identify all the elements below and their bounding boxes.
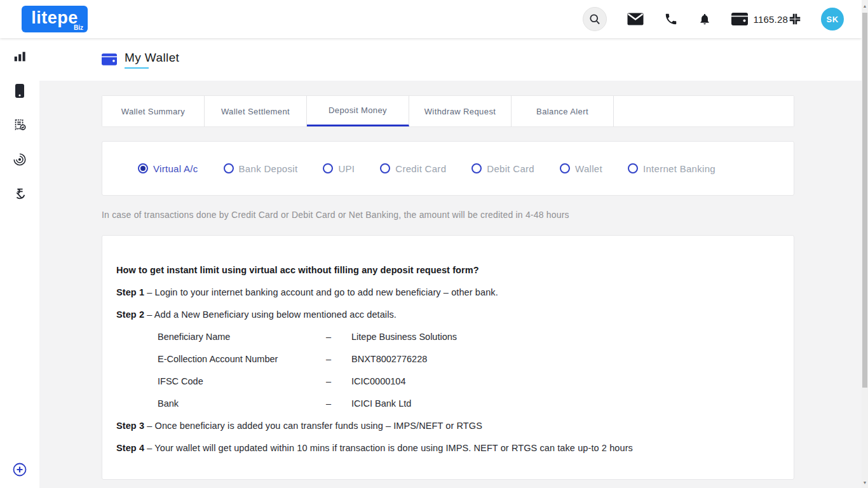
step-text: – Add a New Beneficiary using below ment… (147, 309, 397, 320)
method-label: Internet Banking (643, 163, 715, 174)
method-credit-card[interactable]: Credit Card (380, 163, 446, 174)
detail-value: BNXT8002776228 (351, 353, 427, 366)
tab-label: Balance Alert (536, 107, 588, 116)
radio-icon (224, 163, 234, 173)
method-debit-card[interactable]: Debit Card (471, 163, 534, 174)
step-2: Step 2 – Add a New Beneficiary using bel… (116, 308, 778, 322)
detail-separator: – (326, 353, 351, 366)
radio-icon (471, 163, 482, 173)
radio-icon (380, 163, 390, 173)
wallet-title-icon (102, 53, 117, 65)
tab-label: Deposit Money (329, 105, 387, 115)
method-label: Virtual A/c (153, 163, 198, 174)
scroll-up-arrow[interactable]: ▲ (862, 1, 868, 10)
header-actions: 1165.28 SK (583, 7, 844, 31)
step-text: – Your wallet will get updated within 10… (147, 443, 633, 453)
logo-text: litepe (31, 10, 78, 27)
method-label: Bank Deposit (239, 163, 298, 174)
left-sidebar (0, 38, 39, 488)
avatar-initials: SK (826, 15, 838, 24)
detail-label: Bank (158, 397, 326, 410)
detail-value: ICICI Bank Ltd (351, 397, 411, 410)
deposit-method-selector: Virtual A/c Bank Deposit UPI Credit Card… (102, 141, 794, 196)
radio-icon (628, 163, 638, 173)
tab-label: Wallet Settlement (221, 107, 290, 116)
step-text: – Login to your internet banking account… (147, 287, 498, 297)
method-internet-banking[interactable]: Internet Banking (628, 163, 715, 174)
smartphone-icon[interactable] (11, 83, 28, 99)
method-label: Wallet (575, 163, 602, 174)
detail-separator: – (326, 375, 351, 388)
spiral-icon[interactable] (11, 151, 28, 168)
scrollbar-thumb[interactable] (862, 13, 867, 388)
page-title-wrap: My Wallet (125, 51, 179, 69)
step-label: Step 3 (116, 421, 144, 431)
tab-wallet-summary[interactable]: Wallet Summary (102, 96, 205, 126)
step-label: Step 2 (116, 309, 144, 320)
tab-balance-alert[interactable]: Balance Alert (512, 96, 614, 126)
detail-value: Litepe Business Solutions (351, 330, 457, 344)
page-title: My Wallet (125, 51, 179, 65)
step-4: Step 4 – Your wallet will get updated wi… (116, 442, 778, 455)
radio-icon (323, 163, 333, 173)
detail-separator: – (326, 397, 351, 410)
scroll-down-arrow[interactable]: ▼ (862, 478, 868, 487)
compress-icon[interactable] (788, 12, 802, 26)
rupee-icon[interactable] (11, 186, 28, 202)
top-header: litepe Biz (0, 0, 862, 38)
credit-time-notice: In case of transactions done by Credit C… (102, 210, 862, 220)
detail-value: ICIC0000104 (351, 375, 405, 388)
method-label: Credit Card (395, 163, 446, 174)
detail-separator: – (326, 330, 351, 344)
bar-chart-icon[interactable] (11, 48, 28, 65)
method-upi[interactable]: UPI (323, 163, 355, 174)
wallet-tabs: Wallet Summary Wallet Settlement Deposit… (102, 95, 794, 127)
step-label: Step 1 (116, 287, 144, 297)
tab-deposit-money[interactable]: Deposit Money (307, 96, 409, 126)
method-virtual-ac[interactable]: Virtual A/c (138, 163, 198, 174)
phone-icon[interactable] (664, 12, 678, 26)
wallet-balance: 1165.28 (753, 14, 788, 25)
vertical-scrollbar[interactable]: ▲ ▼ (862, 0, 868, 488)
mail-icon[interactable] (627, 13, 644, 25)
bell-icon[interactable] (698, 12, 711, 26)
method-wallet[interactable]: Wallet (560, 163, 602, 174)
radio-selected-icon (138, 163, 148, 173)
title-underline (125, 67, 149, 69)
bill-check-icon[interactable] (11, 117, 28, 133)
virtual-account-instructions: How to get instant limit using virtual a… (102, 235, 794, 480)
method-label: Debit Card (487, 163, 534, 174)
step-label: Step 4 (116, 443, 144, 453)
detail-label: Beneficiary Name (158, 330, 326, 344)
table-row: IFSC Code – ICIC0000104 (158, 375, 778, 397)
step-1: Step 1 – Login to your internet banking … (116, 286, 778, 299)
page-title-strip: My Wallet (39, 38, 862, 81)
step-text: – Once beneficiary is added you can tran… (147, 421, 482, 431)
detail-label: IFSC Code (158, 375, 326, 388)
instructions-heading: How to get instant limit using virtual a… (116, 264, 778, 277)
wallet-balance-widget[interactable]: 1165.28 (731, 13, 788, 25)
table-row: E-Collection Account Number – BNXT800277… (158, 353, 778, 375)
litepe-logo[interactable]: litepe Biz (22, 6, 88, 32)
tab-wallet-settlement[interactable]: Wallet Settlement (205, 96, 307, 126)
radio-icon (560, 163, 570, 173)
table-row: Bank – ICICI Bank Ltd (158, 397, 778, 419)
tab-label: Wallet Summary (121, 107, 185, 116)
tab-label: Withdraw Request (424, 107, 496, 116)
method-bank-deposit[interactable]: Bank Deposit (224, 163, 298, 174)
wallet-icon (731, 13, 748, 25)
user-avatar[interactable]: SK (821, 8, 844, 30)
main-content: Wallet Summary Wallet Settlement Deposit… (39, 81, 862, 488)
tab-withdraw-request[interactable]: Withdraw Request (409, 96, 512, 126)
step-3: Step 3 – Once beneficiary is added you c… (116, 419, 778, 433)
table-row: Beneficiary Name – Litepe Business Solut… (158, 330, 778, 353)
method-label: UPI (338, 163, 355, 174)
detail-label: E-Collection Account Number (158, 353, 326, 366)
account-details-table: Beneficiary Name – Litepe Business Solut… (158, 330, 778, 419)
search-icon[interactable] (583, 7, 607, 31)
tabbar-filler (614, 96, 794, 126)
add-button[interactable] (11, 461, 28, 478)
logo-subtext: Biz (74, 24, 83, 31)
